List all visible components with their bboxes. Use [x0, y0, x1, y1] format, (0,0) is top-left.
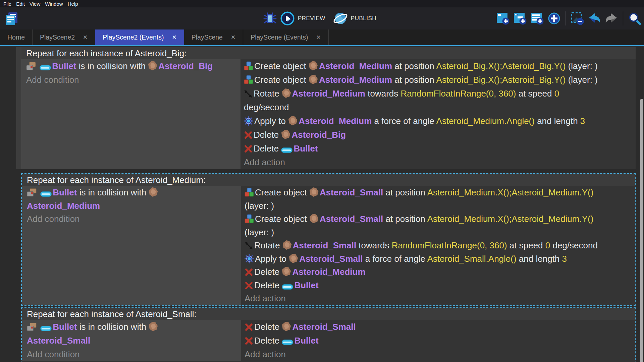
object-name: Bullet [294, 280, 318, 290]
tab-playscene2-events-[interactable]: PlayScene2 (Events)✕ [95, 29, 184, 45]
undo-icon[interactable] [588, 12, 601, 25]
action-line[interactable]: Delete Bullet [245, 279, 635, 292]
object-name: Bullet [53, 187, 77, 197]
action-line[interactable]: Delete Asteroid_Big [244, 128, 636, 142]
tab-close-icon[interactable]: ✕ [83, 34, 88, 41]
action-line[interactable]: Delete Bullet [244, 142, 636, 156]
add-action-button[interactable]: Add action [245, 292, 635, 305]
event-block[interactable]: Repeat for each instance of Asteroid_Med… [21, 173, 636, 306]
asteroid-icon [282, 320, 291, 334]
tab-label: PlayScene (Events) [251, 34, 308, 41]
tab-close-icon[interactable]: ✕ [172, 34, 176, 41]
menu-file[interactable]: File [3, 1, 11, 7]
debug-icon[interactable] [263, 11, 277, 25]
event-header[interactable]: Repeat for each instance of Asteroid_Sma… [22, 308, 635, 320]
publish-label[interactable]: PUBLISH [351, 15, 376, 22]
sentence-text: at position [392, 61, 436, 71]
object-name: Asteroid_Small [27, 336, 90, 346]
tab-playscene-events-[interactable]: PlayScene (Events)✕ [243, 29, 329, 45]
object-name: Asteroid_Small [293, 240, 356, 250]
action-line[interactable]: Apply to Asteroid_Small a force of angle… [245, 252, 635, 266]
action-line[interactable]: Create object Asteroid_Small at position… [245, 186, 635, 213]
sentence-text: deg/second [550, 240, 598, 250]
action-line[interactable]: Rotate Asteroid_Small towards RandomFloa… [245, 239, 635, 252]
condition-line[interactable]: Bullet is in collision with Asteroid_Med… [27, 186, 241, 213]
add-condition-button[interactable]: Add condition [26, 73, 240, 87]
tab-playscene[interactable]: PlayScene✕ [184, 29, 243, 45]
tab-playscene2[interactable]: PlayScene2✕ [33, 29, 95, 45]
menu-help[interactable]: Help [68, 1, 78, 7]
asteroid-icon [309, 73, 318, 87]
object-name: Asteroid_Medium [27, 201, 100, 211]
redo-icon[interactable] [605, 12, 618, 25]
action-line[interactable]: Rotate Asteroid_Medium towards RandomFlo… [244, 87, 636, 114]
object-name: Bullet [53, 322, 77, 332]
sentence-text: Apply to [255, 254, 289, 264]
sentence-text: Delete [254, 130, 281, 140]
tab-bar: HomePlayScene2✕PlayScene2 (Events)✕PlayS… [0, 29, 644, 45]
menu-edit[interactable]: Edit [16, 1, 25, 7]
add-event-icon[interactable] [496, 12, 509, 25]
action-line[interactable]: Delete Bullet [245, 334, 635, 348]
create-icon [245, 186, 254, 199]
tab-close-icon[interactable]: ✕ [231, 34, 235, 41]
preview-label[interactable]: PREVIEW [298, 15, 325, 22]
add-action-button[interactable]: Add action [244, 156, 636, 169]
asteroid-icon [288, 114, 298, 128]
object-name: Asteroid_Big [158, 61, 213, 71]
events-sheet: Repeat for each instance of Asteroid_Big… [0, 46, 644, 362]
action-line[interactable]: Apply to Asteroid_Medium a force of angl… [244, 114, 636, 128]
object-name: Asteroid_Big [291, 130, 346, 140]
delete-selection-icon[interactable] [571, 12, 584, 25]
sentence-text: Rotate [254, 240, 282, 250]
event-block[interactable]: Repeat for each instance of Asteroid_Sma… [21, 307, 636, 362]
add-subevent-icon[interactable] [513, 12, 527, 25]
sentence-text: and length [535, 116, 580, 126]
delete-icon [245, 320, 253, 334]
conditions-column: Bullet is in collision with Asteroid_Big… [21, 59, 240, 169]
add-action-button[interactable]: Add action [245, 348, 635, 361]
bullet-icon [281, 142, 292, 156]
menu-window[interactable]: Window [45, 1, 63, 7]
object-name: Bullet [293, 143, 318, 154]
asteroid-icon [309, 213, 319, 226]
event-header[interactable]: Repeat for each instance of Asteroid_Big… [21, 47, 636, 59]
search-icon[interactable] [628, 12, 641, 25]
tab-close-icon[interactable]: ✕ [316, 34, 321, 41]
event-header[interactable]: Repeat for each instance of Asteroid_Med… [22, 174, 635, 186]
action-line[interactable]: Create object Asteroid_Small at position… [245, 213, 635, 239]
tab-label: PlayScene2 (Events) [103, 34, 164, 41]
scrollbar-thumb[interactable] [640, 99, 643, 362]
sentence-text: Create object [254, 75, 309, 85]
delete-icon [245, 265, 253, 279]
publish-button-icon[interactable] [333, 11, 347, 25]
event-block[interactable]: Repeat for each instance of Asteroid_Big… [21, 47, 636, 169]
toolbar-separator [566, 11, 566, 25]
add-condition-button[interactable]: Add condition [27, 213, 241, 226]
asteroid-icon [281, 128, 290, 142]
condition-line[interactable]: Bullet is in collision with Asteroid_Big [26, 59, 240, 73]
event-drag-handle[interactable] [16, 47, 21, 169]
add-condition-button[interactable]: Add condition [27, 348, 241, 361]
tab-home[interactable]: Home [0, 29, 33, 45]
conditions-column: Bullet is in collision with Asteroid_Med… [22, 186, 241, 305]
sentence-text: Create object [255, 187, 309, 197]
action-line[interactable]: Delete Asteroid_Small [245, 320, 635, 334]
object-name: Asteroid_Medium [292, 88, 365, 99]
preview-button-icon[interactable] [280, 11, 294, 25]
asteroid-icon [282, 87, 291, 101]
menu-view[interactable]: View [30, 1, 40, 7]
action-line[interactable]: Create object Asteroid_Medium at positio… [244, 73, 636, 87]
add-new-icon[interactable] [547, 12, 561, 25]
add-comment-icon[interactable] [530, 12, 544, 25]
collision-icon [26, 59, 36, 73]
action-line[interactable]: Create object Asteroid_Medium at positio… [244, 59, 636, 73]
sentence-text: deg/second [244, 102, 289, 112]
main-toolbar: PREVIEW PUBLISH [0, 7, 644, 29]
sentence-text [37, 61, 40, 71]
condition-line[interactable]: Bullet is in collision with Asteroid_Sma… [27, 320, 241, 348]
sentence-text: a force of angle [372, 116, 436, 126]
action-line[interactable]: Delete Asteroid_Medium [245, 265, 635, 279]
force-icon [245, 252, 254, 266]
sentence-text: (layer: ) [245, 227, 274, 237]
